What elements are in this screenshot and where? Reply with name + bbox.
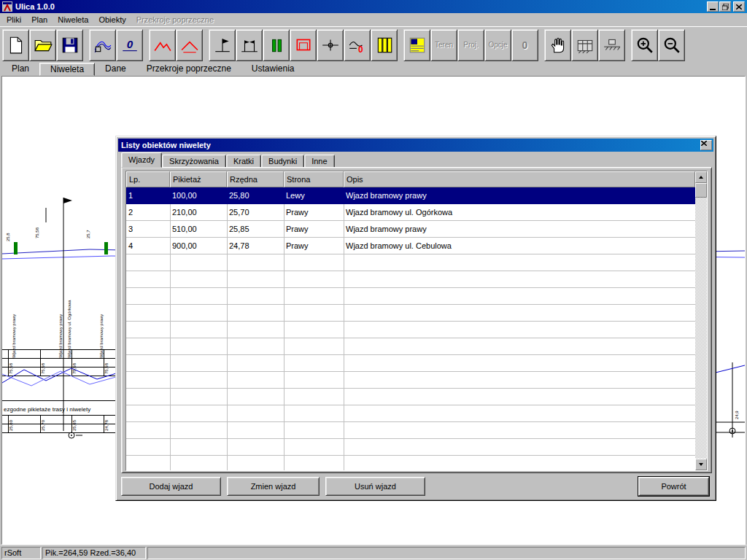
- tab-plan[interactable]: Plan: [1, 63, 39, 76]
- powrot-button[interactable]: Powrót: [638, 477, 709, 496]
- green-gate-button[interactable]: [263, 29, 290, 61]
- teren-label: Teren: [435, 41, 453, 49]
- zoom-in-button[interactable]: [631, 29, 658, 61]
- station-value: 75,58: [41, 362, 45, 374]
- dialog-tab-bar: Wjazdy Skrzyżowania Kratki Budynki Inne: [121, 154, 335, 168]
- profile-mark: 25,8: [6, 233, 10, 241]
- dialog-tab-kratki[interactable]: Kratki: [226, 155, 261, 168]
- profile-curves-button[interactable]: [89, 29, 116, 61]
- event-label: Wjazd bramowy prawy: [58, 314, 63, 358]
- yellow-table-button[interactable]: [403, 29, 430, 61]
- zero-disabled-button: 0: [511, 29, 538, 61]
- scroll-thumb[interactable]: [695, 183, 707, 198]
- scroll-down-icon: [699, 463, 703, 466]
- usun-wjazd-button[interactable]: Usuń wjazd: [325, 477, 425, 496]
- dialog-close-icon: [701, 141, 707, 146]
- close-button[interactable]: [733, 1, 745, 12]
- tab-niweleta[interactable]: Niweleta: [39, 63, 95, 76]
- elevation-value: 25,85: [72, 419, 77, 431]
- menu-obiekty[interactable]: Obiekty: [93, 14, 131, 26]
- event-label: Wjazd bramowy prawy: [99, 314, 104, 358]
- window-titlebar[interactable]: Ulica 1.0.0: [0, 0, 747, 13]
- col-header-opis: Opis: [344, 171, 695, 187]
- profile-mark: 25,7: [86, 230, 90, 238]
- pan-button[interactable]: [544, 29, 571, 61]
- dialog-listy-obiektow: Listy obiektów niwelety Wjazdy Skrzyżowa…: [115, 136, 716, 501]
- dialog-close-button[interactable]: [700, 140, 712, 150]
- svg-text:0: 0: [126, 38, 133, 50]
- dialog-tab-wjazdy[interactable]: Wjazdy: [121, 152, 162, 168]
- section-range-button[interactable]: [236, 29, 263, 61]
- cross-section-table-button[interactable]: [571, 29, 598, 61]
- table-body[interactable]: 1 100,00 25,80 Lewy Wjazd bramowy prawy …: [126, 187, 695, 470]
- zero-level-button[interactable]: 0: [116, 29, 143, 61]
- menu-plan[interactable]: Plan: [26, 14, 53, 26]
- tab-przekroje-poprzeczne[interactable]: Przekroje poprzeczne: [136, 63, 241, 76]
- zmien-wjazd-button[interactable]: Zmien wjazd: [227, 477, 320, 496]
- table-row[interactable]: 1 100,00 25,80 Lewy Wjazd bramowy prawy: [126, 187, 695, 204]
- menu-pliki[interactable]: Pliki: [1, 14, 26, 26]
- col-header-rzedna: Rzędna: [227, 171, 284, 187]
- proj-label: Proj.: [463, 41, 479, 49]
- section-double-flag-icon: [240, 36, 259, 55]
- window-title: Ulica 1.0.0: [15, 2, 55, 11]
- elevation-value: 25,80: [9, 419, 13, 431]
- pikietaz-warning-text: ezgodne pikietaże trasy i niwelety: [4, 406, 90, 413]
- zero-level-icon: 0: [120, 36, 139, 55]
- dodaj-wjazd-button[interactable]: Dodaj wjazd: [121, 477, 221, 496]
- main-tab-bar: Plan Niweleta Dane Przekroje poprzeczne …: [0, 63, 747, 76]
- red-slope-button[interactable]: [149, 29, 176, 61]
- scroll-down-button[interactable]: [695, 459, 707, 470]
- zoom-in-icon: [635, 36, 654, 55]
- profile-zero-icon: 0: [348, 36, 367, 55]
- section-flag-button[interactable]: [209, 29, 236, 61]
- menu-przekroje-poprzeczne: Przekroje poprzeczne: [131, 14, 219, 26]
- save-button[interactable]: [56, 29, 83, 61]
- menu-niweleta[interactable]: Niweleta: [53, 14, 93, 26]
- dialog-title: Listy obiektów niwelety: [121, 141, 211, 149]
- table-header: Lp. Pikietaż Rzędna Strona Opis: [126, 171, 695, 187]
- red-frame-icon: [294, 36, 313, 55]
- table-row[interactable]: 4 900,00 24,78 Prawy Wjazd bramowy ul. C…: [126, 238, 695, 254]
- zoom-out-icon: [662, 36, 681, 55]
- profile-zero-button[interactable]: 0: [344, 29, 371, 61]
- zoom-out-button[interactable]: [658, 29, 685, 61]
- drawing-canvas[interactable]: Wjazd bramowy prawy Wjazd bramowy prawy …: [1, 76, 746, 545]
- table-scrollbar[interactable]: [695, 171, 707, 470]
- scroll-up-icon: [699, 176, 703, 179]
- profile-curves-icon: [93, 36, 112, 55]
- restore-button[interactable]: [719, 1, 731, 12]
- axis-point-button[interactable]: [317, 29, 344, 61]
- station-value: 75,58: [104, 362, 109, 374]
- dialog-tab-budynki[interactable]: Budynki: [261, 155, 304, 168]
- red-frame-button[interactable]: [290, 29, 317, 61]
- tab-ustawienia[interactable]: Ustawienia: [241, 63, 305, 76]
- elevation-value: 25,70: [41, 419, 45, 431]
- minimize-button[interactable]: [707, 1, 719, 12]
- teren-button: Teren: [430, 29, 457, 61]
- status-filler: [147, 547, 746, 559]
- red-peak-button[interactable]: [176, 29, 203, 61]
- yellow-table-icon: [408, 36, 427, 55]
- opcje-button: Opcje: [484, 29, 511, 61]
- col-header-strona: Strona: [284, 171, 344, 187]
- event-label: Wjazd bramowy prawy: [12, 314, 16, 358]
- status-app: rSoft: [1, 547, 41, 559]
- scroll-up-button[interactable]: [695, 171, 707, 183]
- save-icon: [61, 36, 80, 55]
- dialog-tab-skrzyzowania[interactable]: Skrzyżowania: [162, 155, 226, 168]
- red-peak-icon: [180, 36, 199, 55]
- table-row[interactable]: 2 210,00 25,70 Prawy Wjazd bramowy ul. O…: [126, 204, 695, 221]
- open-file-button[interactable]: [29, 29, 56, 61]
- col-header-lp: Lp.: [126, 171, 170, 187]
- new-document-button[interactable]: [2, 29, 29, 61]
- red-slope-icon: [153, 36, 172, 55]
- cross-section-edit-button[interactable]: [598, 29, 625, 61]
- svg-text:0: 0: [358, 44, 363, 54]
- table-row[interactable]: 3 510,00 25,85 Prawy Wjazd bramowy prawy: [126, 221, 695, 238]
- dialog-titlebar[interactable]: Listy obiektów niwelety: [118, 139, 713, 152]
- yellow-bars-button[interactable]: [371, 29, 398, 61]
- dialog-tab-inne[interactable]: Inne: [304, 155, 334, 168]
- tab-dane[interactable]: Dane: [95, 63, 136, 76]
- section-flag-icon: [213, 36, 232, 55]
